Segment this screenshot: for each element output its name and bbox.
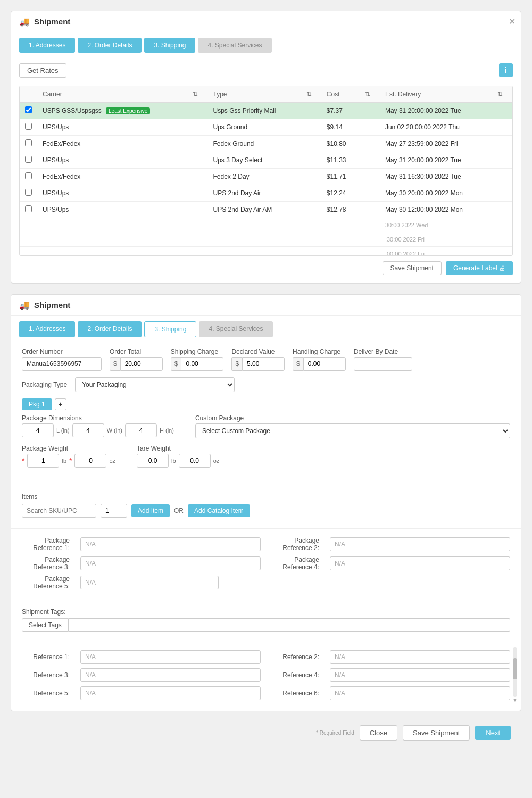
save-shipment-button-top[interactable]: Save Shipment: [383, 261, 442, 275]
ref2-label: Reference 2:: [271, 653, 319, 661]
table-row[interactable]: FedEx/Fedex Fedex Ground $10.80 May 27 2…: [20, 136, 512, 152]
weight-oz-required-dot: *: [69, 456, 72, 465]
tab-special-services-bottom[interactable]: 4. Special Services: [199, 321, 272, 337]
tare-lb-input[interactable]: [137, 454, 169, 468]
weight-oz-unit: oz: [109, 458, 115, 464]
scroll-bar[interactable]: ▼: [512, 647, 518, 703]
col-carrier-sort[interactable]: ⇅: [187, 86, 207, 103]
tab-order-details-bottom[interactable]: 2. Order Details: [78, 321, 142, 337]
row-checkbox-2[interactable]: [25, 139, 32, 146]
pkg-add-button[interactable]: +: [55, 398, 66, 410]
handling-charge-input[interactable]: [303, 357, 346, 371]
ref5-input[interactable]: [80, 686, 261, 700]
scroll-down-arrow[interactable]: ▼: [512, 697, 518, 703]
global-references-section: Reference 1: Reference 2: Reference 3: R…: [11, 647, 521, 703]
packaging-type-select[interactable]: Your Packaging: [75, 377, 235, 392]
top-wizard-tabs: 1. Addresses 2. Order Details 3. Shippin…: [11, 32, 521, 58]
carrier-cell: USPS GSS/Uspsgss Least Expensive: [37, 103, 187, 119]
row-checkbox-5[interactable]: [25, 189, 32, 196]
weight-oz-input[interactable]: [74, 454, 106, 468]
add-item-button[interactable]: Add Item: [131, 504, 170, 517]
row-checkbox-1[interactable]: [25, 123, 32, 130]
shipping-charge-prefix: $: [171, 357, 181, 371]
ref4-input[interactable]: [330, 668, 510, 682]
height-unit: H (in): [160, 427, 174, 434]
carrier-cell: UPS/Ups: [37, 119, 187, 136]
bottom-panel-title: Shipment: [34, 301, 70, 310]
pkg-ref2-input[interactable]: [330, 537, 510, 551]
ref5-label: Reference 5:: [22, 689, 70, 697]
ref1-input[interactable]: [80, 650, 261, 664]
deliver-by-date-input[interactable]: [354, 357, 412, 371]
col-type-sort[interactable]: ⇅: [301, 86, 321, 103]
pkg-ref3-input[interactable]: [80, 556, 261, 570]
table-row[interactable]: UPS/Ups Ups Ground $9.14 Jun 02 20:00:00…: [20, 119, 512, 136]
packaging-type-label: Packaging Type: [22, 381, 67, 388]
ref6-input[interactable]: [330, 686, 510, 700]
weight-required-dot: *: [22, 456, 24, 465]
col-cost: Cost: [321, 86, 360, 103]
pkg-ref1-input[interactable]: [80, 537, 261, 551]
shipping-charge-input[interactable]: [181, 357, 223, 371]
row-checkbox-3[interactable]: [25, 156, 32, 163]
search-sku-input[interactable]: [22, 504, 96, 518]
carrier-cell: FedEx/Fedex: [37, 169, 187, 185]
add-catalog-item-button[interactable]: Add Catalog Item: [188, 504, 250, 517]
length-input[interactable]: [22, 423, 54, 437]
col-cost-sort[interactable]: ⇅: [360, 86, 380, 103]
shipping-charge-label: Shipping Charge: [171, 348, 224, 355]
rates-table: Carrier ⇅ Type ⇅ Cost ⇅ Est. Delivery ⇅: [20, 86, 512, 256]
row-checkbox-4[interactable]: [25, 172, 32, 179]
tare-oz-input[interactable]: [179, 454, 211, 468]
save-shipment-button-footer[interactable]: Save Shipment: [403, 725, 470, 741]
tab-addresses-bottom[interactable]: 1. Addresses: [19, 321, 75, 337]
get-rates-button[interactable]: Get Rates: [19, 63, 66, 78]
table-row[interactable]: USPS GSS/Uspsgss Least Expensive Usps Gs…: [20, 103, 512, 119]
generate-label-button[interactable]: Generate Label 🖨: [446, 261, 513, 275]
table-row[interactable]: UPS/Ups Ups 3 Day Select $11.33 May 31 2…: [20, 152, 512, 169]
weight-lb-input[interactable]: [27, 454, 59, 468]
type-cell: UPS 2nd Day Air: [208, 185, 301, 202]
tab-addresses-top[interactable]: 1. Addresses: [19, 38, 75, 53]
pkg-ref5-input[interactable]: [80, 576, 219, 589]
tab-special-services-top[interactable]: 4. Special Services: [198, 38, 271, 53]
required-note: * Required Field: [316, 730, 354, 736]
tags-input[interactable]: [69, 618, 510, 632]
close-button[interactable]: Close: [360, 725, 397, 741]
col-delivery: Est. Delivery: [380, 86, 492, 103]
declared-value-input[interactable]: [242, 357, 285, 371]
row-checkbox-0[interactable]: [25, 106, 32, 113]
type-cell: Usps Gss Priority Mail: [208, 103, 301, 119]
ref2-input[interactable]: [330, 650, 510, 664]
custom-package-select[interactable]: Select Custom Package: [195, 423, 510, 438]
col-type: Type: [208, 86, 301, 103]
top-panel-close-icon[interactable]: ✕: [509, 16, 516, 27]
rates-table-wrapper: Carrier ⇅ Type ⇅ Cost ⇅ Est. Delivery ⇅: [19, 86, 513, 256]
pkg-ref4-input[interactable]: [330, 556, 510, 570]
tab-shipping-top[interactable]: 3. Shipping: [144, 38, 195, 53]
cost-cell: $10.80: [321, 136, 360, 152]
table-row[interactable]: UPS/Ups UPS 2nd Day Air $12.24 May 30 20…: [20, 185, 512, 202]
select-tags-button[interactable]: Select Tags: [22, 618, 69, 632]
table-row[interactable]: UPS/Ups UPS 2nd Day Air AM $12.78 May 30…: [20, 202, 512, 218]
tab-order-details-top[interactable]: 2. Order Details: [78, 38, 142, 53]
ref1-label: Reference 1:: [22, 653, 70, 661]
height-input[interactable]: [125, 423, 157, 437]
cost-cell: $11.33: [321, 152, 360, 169]
next-button[interactable]: Next: [475, 726, 511, 740]
order-total-input[interactable]: [120, 357, 163, 371]
item-qty-input[interactable]: [101, 504, 127, 518]
shipment-tags-label: Shipment Tags:: [22, 608, 510, 616]
tab-shipping-bottom[interactable]: 3. Shipping: [144, 321, 196, 337]
delivery-cell: May 27 23:59:00 2022 Fri: [380, 136, 492, 152]
table-row[interactable]: FedEx/Fedex Fedex 2 Day $11.71 May 31 16…: [20, 169, 512, 185]
row-checkbox-6[interactable]: [25, 205, 32, 212]
info-button[interactable]: i: [499, 63, 513, 77]
order-number-input[interactable]: [22, 357, 102, 371]
width-input[interactable]: [72, 423, 104, 437]
col-delivery-sort[interactable]: ⇅: [492, 86, 512, 103]
cost-cell: $11.71: [321, 169, 360, 185]
ref3-input[interactable]: [80, 668, 261, 682]
pkg-tab-1[interactable]: Pkg 1: [22, 398, 52, 410]
partial-delivery: 30:00 2022 Wed: [380, 218, 492, 232]
